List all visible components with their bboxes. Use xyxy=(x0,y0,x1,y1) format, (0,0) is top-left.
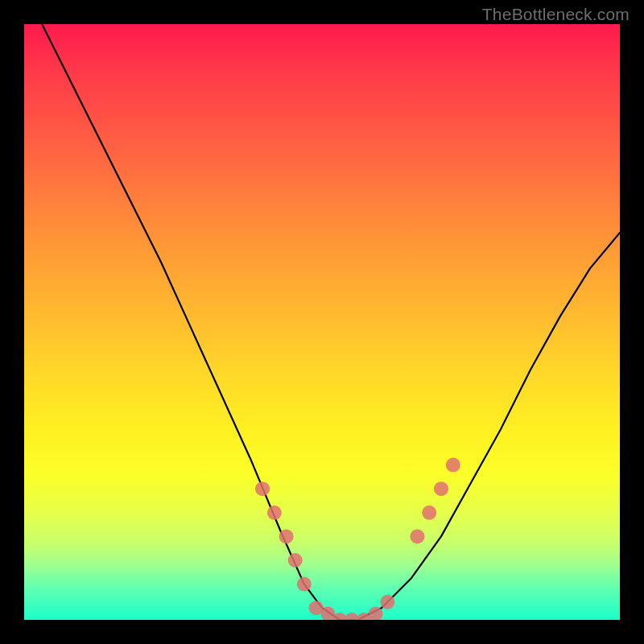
scatter-point xyxy=(410,529,424,543)
plot-area xyxy=(24,24,620,620)
curve-path xyxy=(42,24,620,620)
scatter-point xyxy=(446,458,460,473)
scatter-point xyxy=(288,553,303,568)
scatter-point xyxy=(380,595,394,609)
scatter-point xyxy=(267,506,282,520)
scatter-point xyxy=(434,481,448,496)
chart-frame: TheBottleneck.com xyxy=(0,0,644,644)
scatter-point xyxy=(422,506,436,520)
scatter-point xyxy=(255,481,270,496)
watermark-text: TheBottleneck.com xyxy=(482,5,630,24)
scatter-point xyxy=(279,529,294,543)
curve-layer xyxy=(24,24,620,620)
scatter-point xyxy=(297,577,312,592)
